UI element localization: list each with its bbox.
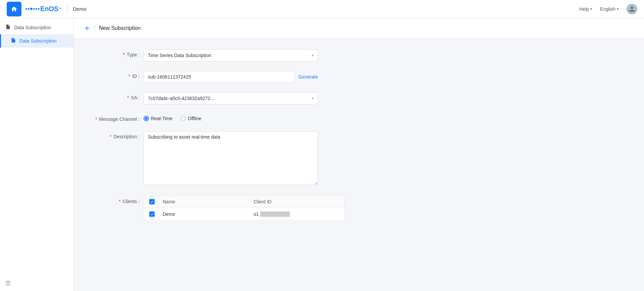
offline-radio-circle	[180, 116, 186, 121]
sidebar-header-label: Data Subscription	[14, 25, 51, 30]
channel-row: * Message Channel : Real-Time Offline	[90, 114, 628, 122]
sa-label: * SA :	[90, 92, 144, 100]
sa-select-value: 7c07da4c-a5c0-423632a9272...	[148, 96, 214, 101]
sa-chevron-icon: ▾	[312, 96, 314, 101]
generate-button[interactable]: Generate	[299, 74, 318, 80]
sidebar-item-data-subscription[interactable]: Data Subscription	[0, 34, 73, 48]
channel-control: Real-Time Offline	[144, 114, 318, 121]
sidebar-active-label: Data Subscription	[19, 38, 57, 44]
sidebar: Data Subscription Data Subscription ☰	[0, 18, 74, 291]
clients-table: Name Client ID Demo o1	[144, 195, 345, 221]
help-menu[interactable]: Help ▾	[579, 6, 592, 12]
clients-row: * Clients : Name Client ID	[90, 195, 628, 221]
id-row: * ID : Generate	[90, 71, 628, 83]
desc-textarea[interactable]: Subscribing to asset real-time data	[144, 131, 318, 185]
desc-label: * Description :	[90, 131, 144, 139]
clients-table-header: Name Client ID	[144, 196, 344, 208]
row-checkbox[interactable]	[149, 211, 155, 217]
nav-right: Help ▾ English ▾	[579, 4, 637, 14]
collapse-icon: ☰	[5, 280, 11, 287]
page-header: New Subscription	[74, 18, 644, 39]
channel-radio-group: Real-Time Offline	[144, 114, 318, 121]
name-column-header: Name	[163, 199, 248, 204]
realtime-radio[interactable]: Real-Time	[144, 116, 172, 121]
id-input[interactable]	[144, 71, 294, 83]
back-button[interactable]	[85, 25, 91, 31]
table-row: Demo o1	[144, 208, 344, 220]
clients-label: * Clients :	[90, 195, 144, 204]
offline-radio[interactable]: Offline	[180, 116, 201, 121]
realtime-radio-circle	[144, 116, 149, 121]
home-button[interactable]	[7, 2, 21, 16]
client-id-cell: o1	[254, 211, 339, 217]
nav-divider	[67, 4, 67, 14]
main-content: New Subscription * Type : Time Series Da…	[74, 18, 644, 291]
offline-label: Offline	[188, 116, 201, 121]
type-control: Time Series Data Subscription ▾	[144, 49, 318, 61]
id-label: * ID :	[90, 71, 144, 79]
top-nav: EnOS™ Demo Help ▾ English ▾	[0, 0, 644, 18]
sa-row: * SA : 7c07da4c-a5c0-423632a9272... ▾	[90, 92, 628, 104]
collapse-sidebar-button[interactable]: ☰	[5, 280, 11, 287]
header-divider	[95, 25, 95, 32]
language-selector[interactable]: English ▾	[600, 6, 619, 12]
id-control: Generate	[144, 71, 318, 83]
clients-control: Name Client ID Demo o1	[144, 195, 318, 221]
data-subscription-icon	[5, 24, 11, 31]
sa-select[interactable]: 7c07da4c-a5c0-423632a9272... ▾	[144, 92, 318, 104]
clientid-column-header: Client ID	[254, 199, 339, 204]
sidebar-item-data-subscription-header[interactable]: Data Subscription	[0, 21, 73, 34]
app-name: Demo	[73, 6, 86, 12]
select-all-checkbox[interactable]	[149, 199, 155, 204]
data-subscription-sub-icon	[11, 38, 16, 44]
type-chevron-icon: ▾	[312, 53, 314, 58]
user-avatar[interactable]	[627, 4, 637, 14]
form-area: * Type : Time Series Data Subscription ▾…	[74, 39, 644, 241]
type-select[interactable]: Time Series Data Subscription ▾	[144, 49, 318, 61]
type-row: * Type : Time Series Data Subscription ▾	[90, 49, 628, 61]
desc-row: * Description : Subscribing to asset rea…	[90, 131, 628, 186]
realtime-label: Real-Time	[151, 116, 172, 121]
sa-control: 7c07da4c-a5c0-423632a9272... ▾	[144, 92, 318, 104]
channel-label: * Message Channel :	[90, 114, 144, 122]
desc-control: Subscribing to asset real-time data	[144, 131, 318, 186]
client-name-cell: Demo	[163, 211, 248, 217]
type-label: * Type :	[90, 49, 144, 57]
page-title: New Subscription	[99, 25, 141, 31]
enos-logo: EnOS™	[25, 5, 62, 13]
type-select-value: Time Series Data Subscription	[148, 53, 211, 58]
blurred-client-id	[260, 211, 290, 217]
